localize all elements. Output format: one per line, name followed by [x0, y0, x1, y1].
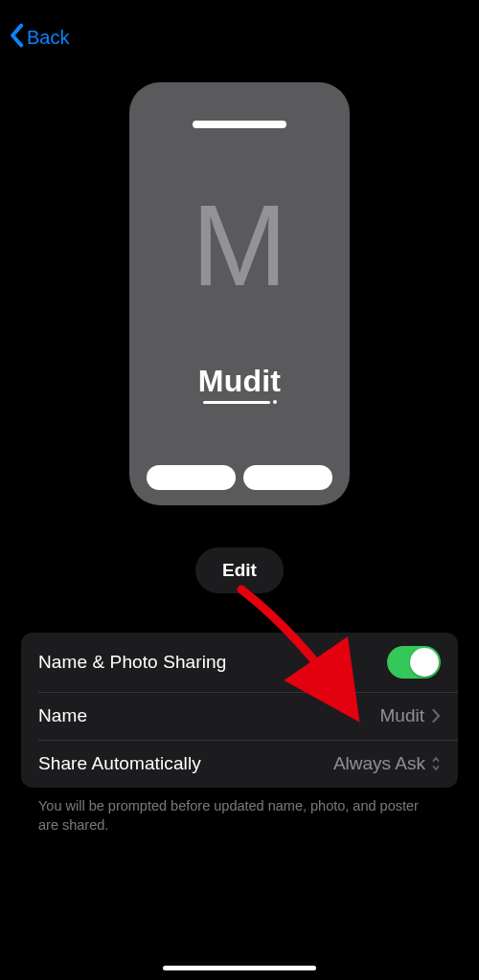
- edit-button[interactable]: Edit: [195, 547, 284, 593]
- name-row-label: Name: [38, 705, 380, 726]
- share-automatically-value: Always Ask: [333, 753, 425, 774]
- back-button[interactable]: Back: [8, 23, 69, 53]
- name-photo-sharing-toggle[interactable]: [387, 646, 441, 679]
- poster-monogram: M: [192, 188, 287, 302]
- name-row[interactable]: Name Mudit: [21, 692, 458, 740]
- share-automatically-row[interactable]: Share Automatically Always Ask: [21, 740, 458, 788]
- footer-note: You will be prompted before updated name…: [38, 797, 441, 835]
- name-row-value: Mudit: [380, 705, 424, 726]
- up-down-icon: [431, 755, 441, 772]
- chevron-left-icon: [8, 23, 25, 53]
- back-label: Back: [27, 27, 69, 49]
- share-automatically-label: Share Automatically: [38, 753, 333, 774]
- name-photo-sharing-label: Name & Photo Sharing: [38, 652, 387, 673]
- toggle-knob: [410, 648, 439, 677]
- home-indicator[interactable]: [163, 966, 316, 970]
- poster-notch: [193, 121, 286, 128]
- name-photo-sharing-row: Name & Photo Sharing: [21, 633, 458, 692]
- sharing-settings-group: Name & Photo Sharing Name Mudit Share Au…: [21, 633, 458, 788]
- poster-name: Mudit: [198, 364, 281, 399]
- poster-underline: [203, 400, 277, 404]
- contact-poster-preview[interactable]: M Mudit: [129, 82, 350, 505]
- chevron-right-icon: [432, 708, 441, 724]
- poster-action-pills: [145, 465, 334, 490]
